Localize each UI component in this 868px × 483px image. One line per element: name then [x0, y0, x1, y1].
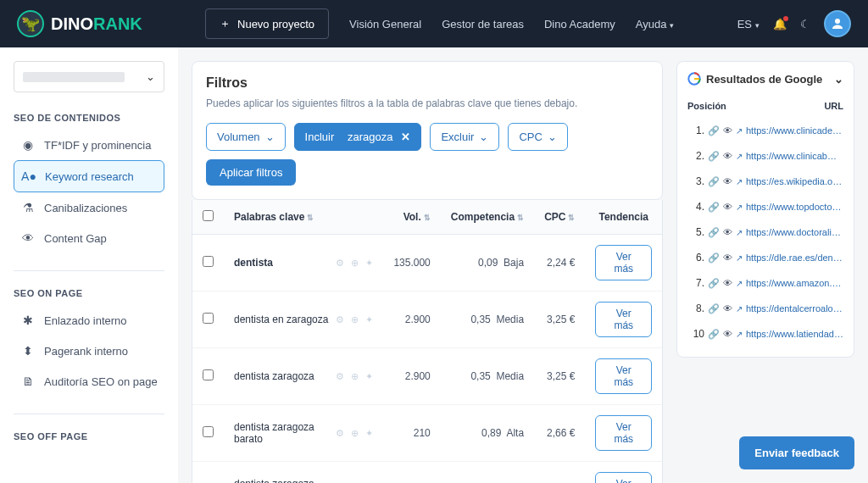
result-url[interactable]: https://www.latiendadel... — [746, 329, 843, 339]
google-results-header[interactable]: Resultados de Google ⌄ — [687, 72, 843, 94]
filter-volume[interactable]: Volumen⌄ — [206, 123, 286, 151]
sparkle-icon: ✦ — [365, 428, 373, 439]
result-url[interactable]: https://www.amazon.es/... — [746, 278, 843, 288]
sidebar-item[interactable]: ✱Enlazado interno — [14, 305, 164, 336]
ver-mas-button[interactable]: Ver más — [595, 302, 652, 337]
row-checkbox[interactable] — [203, 256, 214, 267]
nav-vision[interactable]: Visión General — [349, 18, 421, 31]
col-competition[interactable]: Competencia⇅ — [441, 200, 534, 235]
nav-tasks[interactable]: Gestor de tareas — [442, 18, 524, 31]
logo[interactable]: 🦖 DINORANK — [17, 10, 142, 37]
row-action-icons[interactable]: ⚙⊕✦ — [336, 258, 373, 269]
new-project-button[interactable]: ＋Nuevo proyecto — [205, 8, 329, 39]
avatar[interactable] — [824, 10, 851, 37]
external-icon[interactable]: ↗ — [736, 126, 743, 136]
moon-icon[interactable]: ☾ — [800, 18, 810, 31]
ver-mas-button[interactable]: Ver más — [595, 415, 652, 451]
plus-icon: ⊕ — [351, 314, 359, 325]
nav-help[interactable]: Ayuda — [636, 18, 675, 31]
eye-icon[interactable]: 👁 — [723, 151, 732, 161]
gear-icon: ⚙ — [336, 258, 344, 269]
col-trend: Tendencia — [585, 200, 662, 235]
eye-icon[interactable]: 👁 — [723, 278, 732, 288]
col-volume[interactable]: Vol.⇅ — [383, 200, 440, 235]
ver-mas-button[interactable]: Ver más — [595, 245, 652, 280]
plus-icon: ⊕ — [351, 258, 359, 269]
sidebar-item-icon: 🗎 — [20, 375, 36, 388]
google-result-row: 4.🔗👁↗https://www.topdoctors.e... — [687, 194, 843, 219]
link-icon[interactable]: 🔗 — [708, 151, 720, 162]
filter-exclude[interactable]: Excluir⌄ — [430, 123, 499, 151]
result-url[interactable]: https://dentalcerroalonso... — [746, 303, 843, 314]
link-icon[interactable]: 🔗 — [708, 176, 720, 187]
nav-academy[interactable]: Dino Academy — [544, 18, 615, 31]
sidebar-item[interactable]: ◉TF*IDF y prominencia — [14, 130, 164, 160]
close-icon[interactable]: ✕ — [401, 130, 410, 143]
eye-icon[interactable]: 👁 — [723, 303, 732, 314]
result-url[interactable]: https://www.clinicadenta... — [746, 125, 843, 136]
chevron-down-icon: ⌄ — [146, 70, 155, 83]
row-action-icons[interactable]: ⚙⊕✦ — [336, 314, 373, 325]
filters-title: Filtros — [206, 75, 648, 91]
eye-icon[interactable]: 👁 — [723, 329, 732, 339]
col-keyword[interactable]: Palabras clave⇅ — [224, 200, 383, 235]
eye-icon[interactable]: 👁 — [723, 227, 732, 237]
sidebar-item[interactable]: A●Keyword research — [14, 160, 164, 192]
external-icon[interactable]: ↗ — [736, 304, 743, 314]
feedback-button[interactable]: Enviar feedback — [739, 436, 854, 469]
result-url[interactable]: https://www.doctoralia.e... — [746, 227, 843, 237]
ver-mas-button[interactable]: Ver más — [595, 358, 652, 394]
chevron-down-icon: ⌄ — [265, 130, 275, 143]
sidebar: ⌄ SEO DE CONTENIDOS◉TF*IDF y prominencia… — [0, 47, 178, 483]
external-icon[interactable]: ↗ — [736, 177, 743, 186]
sidebar-item[interactable]: 🗎Auditoría SEO on page — [14, 366, 164, 397]
row-checkbox[interactable] — [203, 369, 214, 380]
result-url[interactable]: https://www.topdoctors.e... — [746, 202, 843, 212]
sidebar-item[interactable]: ⚗Canibalizaciones — [14, 192, 164, 223]
external-icon[interactable]: ↗ — [736, 330, 743, 339]
row-checkbox[interactable] — [203, 426, 214, 437]
filter-cpc[interactable]: CPC⌄ — [508, 123, 567, 151]
row-action-icons[interactable]: ⚙⊕✦ — [336, 428, 373, 439]
result-url[interactable]: https://www.clinicabmur... — [746, 151, 843, 161]
ver-mas-button[interactable]: Ver más — [595, 472, 652, 483]
external-icon[interactable]: ↗ — [736, 203, 743, 212]
eye-icon[interactable]: 👁 — [723, 176, 732, 186]
select-all-checkbox[interactable] — [203, 210, 214, 221]
link-icon[interactable]: 🔗 — [708, 202, 720, 213]
header-nav: ＋Nuevo proyecto Visión General Gestor de… — [205, 8, 674, 39]
header-right: ES 🔔 ☾ — [737, 10, 851, 37]
apply-filters-button[interactable]: Aplicar filtros — [206, 159, 296, 186]
row-action-icons[interactable]: ⚙⊕✦ — [336, 371, 373, 382]
cell-volume: 210 — [383, 462, 440, 484]
result-url[interactable]: https://es.wikipedia.org/... — [746, 176, 843, 186]
link-icon[interactable]: 🔗 — [708, 329, 720, 340]
external-icon[interactable]: ↗ — [736, 152, 743, 161]
link-icon[interactable]: 🔗 — [708, 227, 720, 238]
lang-select[interactable]: ES — [737, 18, 760, 31]
sidebar-item-icon: A● — [21, 169, 36, 183]
filter-include[interactable]: Incluir zaragoza✕ — [294, 123, 422, 151]
google-result-row: 7.🔗👁↗https://www.amazon.es/... — [687, 270, 843, 296]
link-icon[interactable]: 🔗 — [708, 303, 720, 314]
sidebar-item[interactable]: 👁Content Gap — [14, 223, 164, 253]
cell-cpc: 3,25 € — [534, 348, 585, 405]
eye-icon[interactable]: 👁 — [723, 202, 732, 212]
external-icon[interactable]: ↗ — [736, 228, 743, 237]
project-select[interactable]: ⌄ — [14, 61, 164, 92]
bell-icon[interactable]: 🔔 — [773, 18, 787, 31]
external-icon[interactable]: ↗ — [736, 253, 743, 263]
external-icon[interactable]: ↗ — [736, 279, 743, 288]
google-icon — [687, 72, 701, 86]
keyword-name: dentista — [234, 257, 273, 269]
col-cpc[interactable]: CPC⇅ — [534, 200, 585, 235]
result-url[interactable]: https://dle.rae.es/dentista — [746, 253, 843, 263]
link-icon[interactable]: 🔗 — [708, 125, 720, 136]
link-icon[interactable]: 🔗 — [708, 253, 720, 264]
eye-icon[interactable]: 👁 — [723, 125, 732, 136]
sidebar-item[interactable]: ⬍Pagerank interno — [14, 336, 164, 366]
link-icon[interactable]: 🔗 — [708, 278, 720, 289]
chevron-down-icon: ⌄ — [479, 130, 488, 143]
row-checkbox[interactable] — [203, 313, 214, 324]
eye-icon[interactable]: 👁 — [723, 253, 732, 263]
